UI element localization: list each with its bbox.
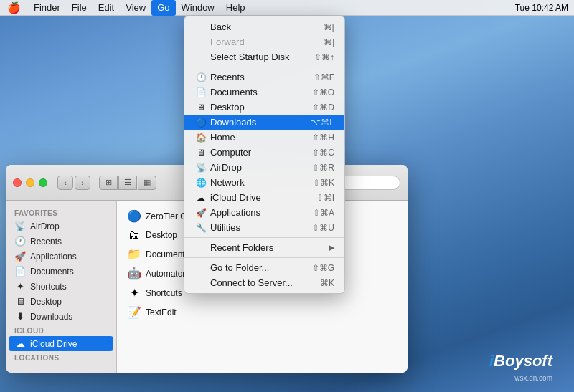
menu-item-utilities[interactable]: 🔧 Utilities ⇧⌘U [184,220,344,235]
menu-item-applications[interactable]: 🚀 Applications ⇧⌘A [184,205,344,220]
textedit-icon: 📝 [127,305,141,319]
sidebar-item-recents[interactable]: 🕐 Recents [6,234,116,249]
desktop-menu-label: Desktop [210,102,312,113]
menu-item-recents[interactable]: 🕐 Recents ⇧⌘F [184,70,344,85]
favorites-section-title: Favorites [6,206,116,219]
maximize-button[interactable] [39,178,47,187]
sidebar-label-downloads: Downloads [30,312,72,322]
watermark: iBoysoft [489,352,552,371]
sidebar-label-shortcuts: Shortcuts [30,282,67,292]
window-menu[interactable]: Window [176,0,220,16]
airdrop-icon: 📡 [14,221,26,231]
computer-menu-label: Computer [210,147,312,158]
file-name-textedit: TextEdit [146,307,177,317]
icloud-menu-label: iCloud Drive [210,192,316,203]
file-item-textedit[interactable]: 📝 TextEdit [123,302,402,322]
recents-menu-icon: 🕐 [194,72,207,82]
menu-item-go-to-folder[interactable]: Go to Folder... ⇧⌘G [184,260,344,275]
help-menu[interactable]: Help [220,0,251,16]
recent-folders-label: Recent Folders [210,242,329,253]
go-menu-trigger[interactable]: Go [151,0,175,16]
minimize-button[interactable] [26,178,34,187]
sidebar-item-icloud-drive[interactable]: ☁ iCloud Drive [9,336,113,351]
recents-icon: 🕐 [14,236,26,247]
menu-item-startup[interactable]: Select Startup Disk ⇧⌘↑ [184,49,344,64]
view-buttons: ⊞ ☰ ▦ [99,176,156,190]
network-menu-shortcut: ⇧⌘K [313,178,334,188]
automator-icon: 🤖 [127,267,141,280]
menu-item-airdrop[interactable]: 📡 AirDrop ⇧⌘R [184,160,344,175]
sidebar-item-documents[interactable]: 📄 Documents [6,264,116,279]
menu-item-computer[interactable]: 🖥 Computer ⇧⌘C [184,145,344,160]
apple-menu[interactable]: 🍎 [0,0,28,16]
shortcuts-icon: ✦ [14,281,26,292]
sidebar-item-airdrop[interactable]: 📡 AirDrop [6,219,116,234]
icon-view-button[interactable]: ⊞ [99,176,118,190]
sidebar-label-recents: Recents [30,236,62,247]
documents-menu-icon: 📄 [194,87,207,97]
file-name-desktop: Desktop [146,230,177,240]
nav-buttons: ‹ › [57,176,90,190]
menu-item-recent-folders[interactable]: Recent Folders ▶ [184,240,344,255]
utilities-menu-shortcut: ⇧⌘U [312,223,334,233]
network-menu-label: Network [210,177,313,188]
forward-shortcut: ⌘] [324,37,334,47]
back-label: Back [210,21,324,32]
computer-menu-shortcut: ⇧⌘C [312,148,334,158]
file-name-shortcuts: Shortcuts [146,288,182,298]
desktop-menu-icon: 🖥 [194,102,207,113]
menu-item-home[interactable]: 🏠 Home ⇧⌘H [184,130,344,145]
desktop-icon: 🖥 [14,296,26,307]
menu-item-desktop[interactable]: 🖥 Desktop ⇧⌘D [184,100,344,115]
file-menu[interactable]: File [66,0,93,16]
sidebar-label-documents: Documents [30,267,74,277]
finder-sidebar: Favorites 📡 AirDrop 🕐 Recents 🚀 Applicat… [6,201,117,373]
sidebar-item-downloads[interactable]: ⬇ Downloads [6,309,116,324]
sidebar-item-applications[interactable]: 🚀 Applications [6,249,116,264]
menu-item-connect-server[interactable]: Connect to Server... ⌘K [184,275,344,290]
forward-label: Forward [210,37,324,47]
connect-server-label: Connect to Server... [210,277,320,288]
zerotier-icon: 🔵 [127,209,141,223]
close-button[interactable] [13,178,22,187]
sidebar-item-shortcuts[interactable]: ✦ Shortcuts [6,279,116,294]
separator-3 [184,257,344,258]
column-view-button[interactable]: ▦ [138,176,156,190]
downloads-menu-label: Downloads [210,117,311,128]
finder-menu[interactable]: Finder [28,0,66,16]
menu-item-network[interactable]: 🌐 Network ⇧⌘K [184,175,344,190]
home-menu-icon: 🏠 [194,133,207,143]
menu-bar-right: Tue 10:42 AM [515,3,574,13]
go-to-folder-label: Go to Folder... [210,262,312,273]
applications-menu-label: Applications [210,207,313,218]
downloads-icon: ⬇ [14,311,26,322]
documents-menu-label: Documents [210,87,312,97]
shortcuts-file-icon: ✦ [127,286,141,300]
edit-menu[interactable]: Edit [93,0,120,16]
icloud-menu-icon: ☁ [194,193,207,203]
documents-menu-shortcut: ⇧⌘O [312,87,334,97]
menu-item-forward: Forward ⌘] [184,34,344,49]
separator-2 [184,237,344,238]
computer-menu-icon: 🖥 [194,148,207,158]
sidebar-label-desktop: Desktop [30,297,62,307]
file-name-automator: Automator [146,269,185,279]
sidebar-item-desktop[interactable]: 🖥 Desktop [6,294,116,309]
back-button[interactable]: ‹ [57,176,73,190]
menu-item-downloads[interactable]: 🔵 Downloads ⌥⌘L [184,115,344,130]
menu-bar: 🍎 Finder File Edit View Go Window Help T… [0,0,574,16]
separator-1 [184,67,344,67]
menu-item-back[interactable]: Back ⌘[ [184,19,344,34]
list-view-button[interactable]: ☰ [118,176,137,190]
clock: Tue 10:42 AM [515,3,568,13]
traffic-lights [13,178,47,187]
locations-section-title: Locations [6,351,116,363]
connect-server-shortcut: ⌘K [320,278,334,288]
startup-label: Select Startup Disk [210,52,314,62]
view-menu[interactable]: View [120,0,151,16]
utilities-menu-label: Utilities [210,222,312,233]
icloud-menu-shortcut: ⇧⌘I [316,193,334,203]
menu-item-documents[interactable]: 📄 Documents ⇧⌘O [184,85,344,100]
forward-button[interactable]: › [75,176,90,190]
menu-item-icloud[interactable]: ☁ iCloud Drive ⇧⌘I [184,190,344,205]
